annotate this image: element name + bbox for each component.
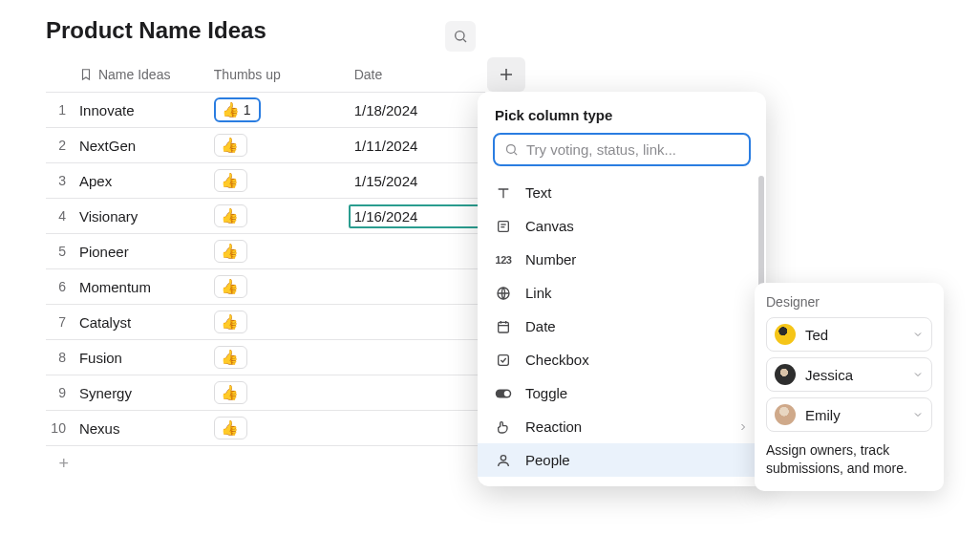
svg-point-17 [501, 455, 505, 460]
reaction-chip[interactable]: 👍 [214, 381, 247, 404]
table-row[interactable]: 6 Momentum 👍 [46, 269, 485, 305]
avatar [775, 404, 796, 425]
people-slot[interactable]: Jessica [766, 357, 932, 392]
cell-name[interactable]: Pioneer [75, 244, 214, 260]
designer-preview-panel: Designer Ted Jessica Emily Assign owners… [755, 283, 944, 491]
table-row[interactable]: 2 NextGen 👍 1/11/2024 [46, 128, 485, 163]
people-icon [495, 453, 512, 468]
cell-thumbs[interactable]: 👍 [214, 275, 349, 298]
reaction-chip[interactable]: 👍 1 [214, 97, 261, 122]
cell-thumbs[interactable]: 👍 [214, 169, 349, 192]
cell-thumbs[interactable]: 👍 [214, 311, 349, 333]
column-type-toggle[interactable]: Toggle [478, 376, 766, 410]
column-type-date[interactable]: Date [478, 310, 766, 343]
chevron-down-icon [912, 409, 924, 420]
bookmark-icon [79, 68, 93, 81]
cell-date[interactable] [349, 283, 485, 290]
column-type-reaction[interactable]: Reaction [478, 410, 766, 443]
cell-name[interactable]: NextGen [75, 138, 214, 154]
column-type-canvas[interactable]: Canvas [478, 209, 766, 243]
cell-name[interactable]: Catalyst [75, 314, 214, 331]
reaction-chip[interactable]: 👍 [214, 275, 247, 298]
cell-thumbs[interactable]: 👍 1 [214, 97, 349, 122]
column-type-link[interactable]: Link [478, 276, 766, 310]
table: Name Ideas Thumbs up Date 1 Innovate 👍 1… [46, 57, 485, 481]
column-type-people[interactable]: People [478, 443, 766, 477]
reaction-icon [495, 419, 512, 435]
cell-thumbs[interactable]: 👍 [214, 417, 349, 439]
cell-name[interactable]: Nexus [75, 420, 214, 437]
reaction-chip[interactable]: 👍 [214, 204, 247, 227]
cell-thumbs[interactable]: 👍 [214, 134, 349, 157]
search-button[interactable] [445, 21, 476, 52]
table-row[interactable]: 10 Nexus 👍 [46, 411, 485, 446]
cell-date[interactable] [349, 318, 485, 326]
add-column-button[interactable] [487, 57, 525, 92]
column-type-label: Checkbox [525, 352, 589, 368]
cell-name[interactable]: Visionary [75, 208, 214, 225]
cell-name[interactable]: Synergy [75, 385, 214, 401]
cell-date[interactable]: 1/16/2024 [349, 204, 485, 228]
search-icon [453, 29, 468, 44]
people-slot[interactable]: Emily [766, 397, 932, 432]
column-header-thumbs[interactable]: Thumbs up [214, 67, 349, 82]
column-type-label: Number [525, 251, 576, 268]
cell-date[interactable] [349, 247, 485, 255]
table-row[interactable]: 5 Pioneer 👍 [46, 234, 485, 269]
column-header-name[interactable]: Name Ideas [75, 67, 214, 82]
column-type-list: Text Canvas 123 Number Link Date Checkbo… [478, 176, 766, 477]
cell-date[interactable] [349, 389, 485, 396]
column-type-checkbox[interactable]: Checkbox [478, 343, 766, 376]
reaction-chip[interactable]: 👍 [214, 311, 247, 333]
column-header-date[interactable]: Date [349, 63, 485, 86]
popover-search-input[interactable] [526, 141, 739, 158]
popover-search[interactable] [493, 133, 751, 166]
cell-name[interactable]: Apex [75, 173, 214, 189]
table-row[interactable]: 8 Fusion 👍 [46, 340, 485, 375]
column-type-number[interactable]: 123 Number [478, 243, 766, 276]
person-name: Ted [805, 327, 828, 343]
table-row[interactable]: 4 Visionary 👍 1/16/2024 [46, 199, 485, 234]
cell-thumbs[interactable]: 👍 [214, 346, 349, 369]
cell-date[interactable]: 1/18/2024 [349, 98, 485, 122]
column-type-label: Link [525, 285, 552, 301]
person-name: Emily [805, 407, 841, 423]
column-type-label: Reaction [525, 418, 582, 435]
cell-date[interactable]: 1/15/2024 [349, 169, 485, 193]
add-row-button[interactable]: + [46, 446, 485, 481]
designer-title: Designer [766, 294, 932, 310]
plus-icon [498, 66, 515, 83]
reaction-chip[interactable]: 👍 [214, 240, 247, 263]
cell-date[interactable] [349, 353, 485, 361]
reaction-chip[interactable]: 👍 [214, 169, 247, 192]
cell-thumbs[interactable]: 👍 [214, 381, 349, 404]
table-row[interactable]: 7 Catalyst 👍 [46, 305, 485, 340]
reaction-chip[interactable]: 👍 [214, 134, 247, 157]
row-number: 3 [46, 173, 75, 188]
table-row[interactable]: 9 Synergy 👍 [46, 375, 485, 411]
thumbs-up-icon: 👍 [221, 137, 239, 154]
calendar-icon [495, 319, 512, 334]
cell-date[interactable] [349, 424, 485, 432]
column-type-label: Toggle [525, 385, 567, 401]
reaction-chip[interactable]: 👍 [214, 417, 247, 439]
column-type-label: Text [525, 184, 552, 201]
thumbs-up-icon: 👍 [221, 207, 239, 225]
column-type-text[interactable]: Text [478, 176, 766, 209]
row-number: 1 [46, 102, 75, 118]
people-slot[interactable]: Ted [766, 317, 932, 352]
reaction-chip[interactable]: 👍 [214, 346, 247, 369]
table-row[interactable]: 1 Innovate 👍 1 1/18/2024 [46, 93, 485, 128]
cell-name[interactable]: Innovate [75, 102, 214, 118]
cell-name[interactable]: Fusion [75, 350, 214, 366]
table-row[interactable]: 3 Apex 👍 1/15/2024 [46, 163, 485, 199]
row-number: 9 [46, 385, 75, 400]
cell-name[interactable]: Momentum [75, 279, 214, 295]
cell-thumbs[interactable]: 👍 [214, 240, 349, 263]
cell-thumbs[interactable]: 👍 [214, 204, 349, 227]
cell-date[interactable]: 1/11/2024 [349, 134, 485, 158]
chevron-right-icon [737, 421, 749, 433]
plus-icon: + [46, 454, 76, 474]
svg-rect-14 [499, 354, 509, 365]
row-number: 8 [46, 350, 75, 365]
